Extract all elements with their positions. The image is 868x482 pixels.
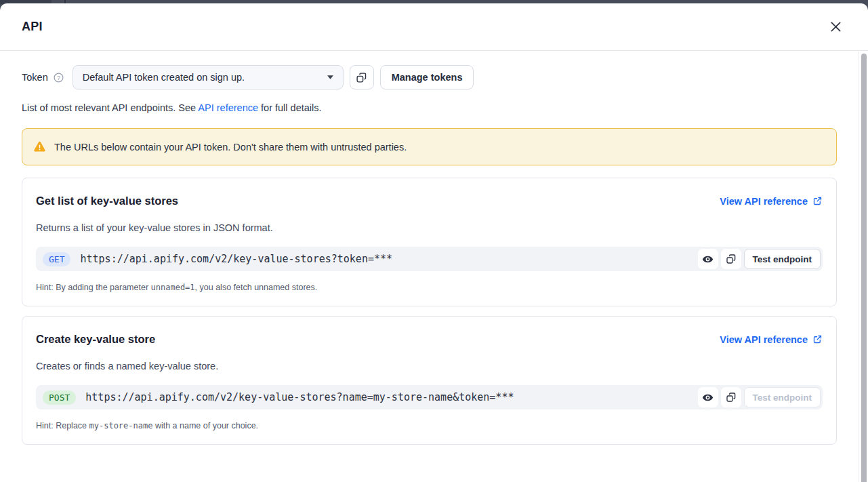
help-icon[interactable]: ? [54, 73, 64, 83]
view-api-reference-link[interactable]: View API reference [720, 334, 823, 345]
token-select[interactable]: Default API token created on sign up. [73, 65, 344, 89]
copy-icon [356, 72, 367, 83]
method-badge: POST [43, 390, 76, 405]
hint-code: my-store-name [89, 421, 153, 430]
card-description: Creates or finds a named key-value store… [36, 361, 823, 371]
endpoint-actions: Test endpoint [698, 249, 821, 269]
modal-header: API [0, 3, 868, 51]
eye-icon [702, 254, 714, 265]
hint-text-after: , you also fetch unnamed stores. [195, 283, 318, 292]
hint-text-before: Hint: By adding the parameter [36, 283, 151, 292]
method-badge: GET [43, 252, 70, 266]
show-token-button[interactable] [698, 387, 718, 407]
card-title: Get list of key-value stores [36, 195, 178, 207]
endpoint-url-bar: GET https://api.apify.com/v2/key-value-s… [36, 247, 823, 271]
endpoint-hint: Hint: Replace my-store-name with a name … [36, 421, 823, 430]
endpoint-url-bar: POST https://api.apify.com/v2/key-value-… [36, 385, 823, 409]
copy-token-button[interactable] [350, 65, 374, 89]
close-button[interactable] [827, 18, 845, 36]
card-description: Returns a list of your key-value stores … [36, 222, 823, 233]
warning-text: The URLs below contain your API token. D… [54, 142, 407, 153]
endpoint-card-get-list: Get list of key-value stores View API re… [22, 178, 837, 306]
close-icon [829, 20, 842, 33]
hint-text-after: with a name of your choice. [152, 421, 258, 430]
endpoint-url: https://api.apify.com/v2/key-value-store… [80, 253, 697, 265]
copy-url-button[interactable] [721, 387, 741, 407]
token-row: Token ? Default API token created on sig… [22, 65, 837, 89]
hint-text-before: Hint: Replace [36, 421, 89, 430]
svg-text:?: ? [57, 74, 60, 81]
endpoint-card-create-store: Create key-value store View API referenc… [22, 316, 837, 445]
card-head: Get list of key-value stores View API re… [36, 195, 823, 207]
card-head: Create key-value store View API referenc… [36, 333, 823, 346]
api-modal: API Token ? Default API token created on… [0, 3, 868, 482]
scrollbar-thumb[interactable] [861, 54, 867, 482]
view-api-reference-label: View API reference [720, 334, 808, 345]
copy-icon [726, 392, 737, 403]
card-title: Create key-value store [36, 333, 155, 346]
test-endpoint-button[interactable]: Test endpoint [744, 387, 821, 407]
view-api-reference-link[interactable]: View API reference [720, 196, 823, 207]
intro-text: List of most relevant API endpoints. See… [22, 101, 837, 115]
chevron-down-icon [327, 75, 333, 79]
intro-text-before: List of most relevant API endpoints. See [22, 102, 198, 113]
warning-banner: The URLs below contain your API token. D… [22, 128, 837, 165]
token-select-value: Default API token created on sign up. [83, 72, 245, 83]
hint-code: unnamed=1 [151, 283, 195, 292]
warning-icon [33, 140, 46, 153]
external-link-icon [812, 196, 823, 206]
test-endpoint-button[interactable]: Test endpoint [744, 249, 821, 269]
endpoint-hint: Hint: By adding the parameter unnamed=1,… [36, 283, 823, 292]
modal-body: Token ? Default API token created on sig… [0, 51, 868, 445]
token-label: Token [22, 72, 48, 83]
copy-url-button[interactable] [721, 249, 741, 269]
endpoint-actions: Test endpoint [698, 387, 821, 407]
api-reference-link[interactable]: API reference [198, 102, 258, 113]
intro-text-after: for full details. [258, 102, 322, 113]
modal-title: API [22, 20, 43, 34]
manage-tokens-button[interactable]: Manage tokens [380, 65, 474, 89]
copy-icon [726, 254, 737, 264]
eye-icon [702, 392, 714, 403]
external-link-icon [812, 334, 823, 344]
view-api-reference-label: View API reference [720, 196, 808, 207]
show-token-button[interactable] [698, 249, 718, 269]
scrollbar[interactable] [859, 52, 868, 482]
endpoint-url: https://api.apify.com/v2/key-value-store… [85, 391, 697, 403]
